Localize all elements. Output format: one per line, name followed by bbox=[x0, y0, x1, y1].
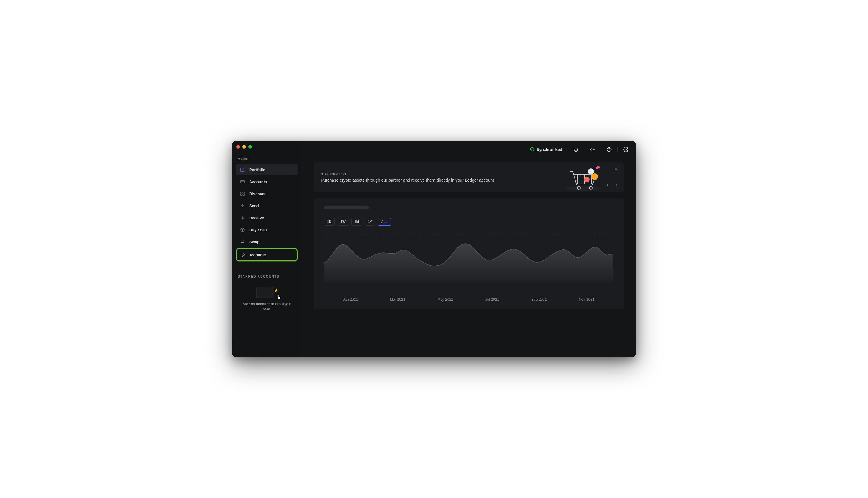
divider bbox=[601, 147, 601, 152]
svg-point-20 bbox=[588, 168, 594, 174]
svg-rect-4 bbox=[243, 194, 244, 195]
wallet-icon bbox=[240, 179, 245, 184]
starred-placeholder: ★ bbox=[256, 287, 278, 299]
arrow-down-icon bbox=[240, 215, 245, 220]
range-1y-button[interactable]: 1Y bbox=[365, 218, 375, 225]
sidebar-item-discover[interactable]: Discover bbox=[236, 188, 298, 199]
svg-point-10 bbox=[625, 149, 627, 150]
sidebar-item-accounts[interactable]: Accounts bbox=[236, 176, 298, 187]
tools-icon bbox=[241, 252, 246, 257]
content-area: BUY CRYPTO Purchase crypto assets throug… bbox=[302, 158, 636, 357]
main-content: Synchronized BUY CRYPTO Pu bbox=[302, 141, 636, 357]
help-button[interactable] bbox=[607, 147, 612, 152]
sidebar-item-send[interactable]: Send bbox=[236, 200, 298, 211]
x-tick: Nov 2021 bbox=[579, 298, 594, 302]
range-1d-button[interactable]: 1D bbox=[324, 218, 335, 225]
x-tick: Jan 2021 bbox=[343, 298, 358, 302]
svg-rect-2 bbox=[243, 192, 244, 193]
check-circle-icon bbox=[530, 147, 535, 153]
sidebar-item-label: Accounts bbox=[249, 180, 267, 184]
pointer-hand-icon bbox=[276, 294, 282, 302]
starred-hint-text: Star an account to display it here. bbox=[238, 302, 296, 312]
star-icon: ★ bbox=[274, 287, 279, 294]
promo-cart-illustration bbox=[562, 164, 604, 191]
promo-description: Purchase crypto assets through our partn… bbox=[321, 178, 562, 183]
window-controls bbox=[232, 145, 301, 158]
portfolio-area-chart bbox=[324, 235, 613, 293]
buy-crypto-promo: BUY CRYPTO Purchase crypto assets throug… bbox=[314, 162, 624, 193]
x-tick: May 2021 bbox=[437, 298, 453, 302]
promo-prev-button[interactable] bbox=[606, 183, 610, 188]
sidebar-item-label: Receive bbox=[249, 215, 264, 220]
grid-icon bbox=[240, 191, 245, 196]
sidebar-item-buy-sell[interactable]: Buy / Sell bbox=[236, 224, 298, 235]
range-all-button[interactable]: ALL bbox=[378, 218, 391, 225]
menu-section-label: MENU bbox=[232, 158, 301, 164]
x-tick: Mar 2021 bbox=[390, 298, 405, 302]
divider bbox=[584, 147, 585, 152]
sidebar-item-label: Manager bbox=[250, 253, 266, 257]
x-tick: Jul 2021 bbox=[485, 298, 499, 302]
sidebar-item-receive[interactable]: Receive bbox=[236, 212, 298, 223]
time-range-selector: 1D 1W 1M 1Y ALL bbox=[324, 218, 613, 225]
svg-rect-1 bbox=[241, 192, 242, 193]
sidebar-nav: Portfolio Accounts Discover Send bbox=[232, 164, 301, 261]
svg-point-7 bbox=[592, 149, 593, 150]
swap-icon bbox=[240, 239, 245, 244]
chart-line-icon bbox=[240, 167, 245, 172]
svg-point-21 bbox=[591, 173, 598, 180]
balance-placeholder bbox=[324, 206, 369, 209]
sidebar: MENU Portfolio Accounts Discover bbox=[232, 141, 302, 357]
sync-status-text: Synchronized bbox=[537, 147, 562, 152]
svg-point-11 bbox=[565, 186, 601, 191]
sidebar-item-manager[interactable]: Manager bbox=[236, 248, 298, 261]
range-1m-button[interactable]: 1M bbox=[351, 218, 362, 225]
sidebar-item-portfolio[interactable]: Portfolio bbox=[236, 164, 298, 175]
sidebar-item-label: Discover bbox=[249, 192, 266, 196]
dollar-icon bbox=[240, 227, 245, 232]
sidebar-item-label: Buy / Sell bbox=[249, 228, 267, 232]
notifications-button[interactable] bbox=[573, 147, 579, 152]
arrow-up-icon bbox=[240, 203, 245, 208]
range-1w-button[interactable]: 1W bbox=[337, 218, 349, 225]
starred-accounts-section: STARRED ACCOUNTS ★ Star an account to di… bbox=[232, 275, 301, 312]
promo-label: BUY CRYPTO bbox=[321, 173, 562, 176]
starred-section-label: STARRED ACCOUNTS bbox=[238, 275, 296, 281]
sidebar-item-label: Swap bbox=[249, 240, 259, 244]
svg-point-22 bbox=[584, 177, 590, 182]
sidebar-item-label: Portfolio bbox=[249, 168, 265, 172]
settings-button[interactable] bbox=[623, 147, 628, 152]
portfolio-chart-card: 1D 1W 1M 1Y ALL bbox=[314, 198, 624, 310]
promo-close-button[interactable] bbox=[614, 167, 618, 172]
svg-rect-0 bbox=[241, 181, 244, 183]
visibility-toggle-button[interactable] bbox=[590, 147, 595, 152]
chart-x-axis: Jan 2021 Mar 2021 May 2021 Jul 2021 Sep … bbox=[324, 298, 613, 302]
x-tick: Sep 2021 bbox=[531, 298, 547, 302]
close-window-button[interactable] bbox=[236, 145, 240, 148]
sidebar-item-label: Send bbox=[249, 204, 259, 208]
promo-next-button[interactable] bbox=[614, 183, 618, 188]
minimize-window-button[interactable] bbox=[242, 145, 246, 148]
maximize-window-button[interactable] bbox=[248, 145, 252, 148]
starred-box-graphic bbox=[256, 287, 275, 298]
topbar: Synchronized bbox=[302, 141, 636, 158]
sidebar-item-swap[interactable]: Swap bbox=[236, 236, 298, 248]
sync-status: Synchronized bbox=[530, 147, 562, 153]
svg-rect-3 bbox=[241, 194, 242, 195]
svg-point-23 bbox=[595, 166, 600, 169]
app-window: MENU Portfolio Accounts Discover bbox=[232, 141, 636, 357]
divider bbox=[567, 147, 568, 152]
